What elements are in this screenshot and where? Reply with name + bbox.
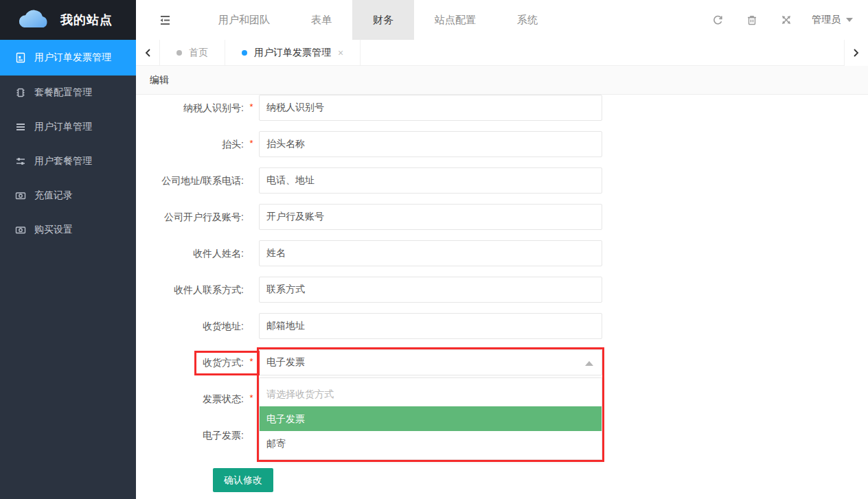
delivery-address-input[interactable]: [259, 313, 602, 339]
sidebar-item-label: 用户订单管理: [34, 121, 92, 133]
fullscreen-icon[interactable]: [769, 0, 803, 40]
invoice-title-input[interactable]: [259, 131, 602, 157]
form-row: 收货地址:: [136, 313, 868, 339]
tab-bar: 首页 用户订单发票管理 ×: [136, 40, 868, 66]
dropdown-option-electronic-invoice[interactable]: 电子发票: [260, 406, 602, 431]
field-label: 发票状态:: [136, 386, 244, 412]
top-header: 用户和团队 表单 财务 站点配置 系统: [136, 0, 868, 40]
nav-item-users-teams[interactable]: 用户和团队: [198, 0, 290, 40]
cloud-icon: [15, 7, 51, 34]
recipient-name-input[interactable]: [259, 240, 602, 266]
dropdown-option-mail[interactable]: 邮寄: [260, 431, 602, 456]
required-marker: *: [244, 131, 259, 157]
required-marker: *: [244, 349, 259, 375]
logo: 我的站点: [0, 0, 136, 40]
field-label: 电子发票:: [136, 422, 244, 448]
bank-account-input[interactable]: [259, 204, 602, 230]
sidebar-item-user-order-invoice[interactable]: 用户订单发票管理: [0, 40, 136, 76]
sidebar-item-label: 用户订单发票管理: [34, 51, 111, 64]
form-row-delivery-method: 收货方式: * 电子发票 请选择收货方式 电子发票 邮寄: [136, 349, 868, 375]
sidebar-item-user-packages[interactable]: 用户套餐管理: [0, 144, 136, 178]
required-marker: [244, 204, 259, 230]
field-label: 收货方式:: [136, 349, 244, 375]
form-row: 公司地址/联系电话:: [136, 167, 868, 194]
form-row: 收件人姓名:: [136, 240, 868, 266]
field-label: 收货地址:: [136, 313, 244, 339]
tab-scroll-right-icon[interactable]: [844, 40, 868, 66]
sidebar-item-label: 用户套餐管理: [34, 155, 92, 167]
user-name: 管理员: [812, 14, 841, 26]
sidebar-item-purchase-settings[interactable]: 购买设置: [0, 213, 136, 247]
nav-item-finance[interactable]: 财务: [352, 0, 414, 40]
field-label: 公司地址/联系电话:: [136, 167, 244, 194]
trash-icon[interactable]: [735, 0, 769, 40]
nav-item-site-config[interactable]: 站点配置: [414, 0, 496, 40]
tab-dot: [176, 50, 182, 56]
required-marker: [244, 167, 259, 194]
tab-home[interactable]: 首页: [160, 40, 225, 65]
field-label: 收件人联系方式:: [136, 277, 244, 303]
chip-icon: [14, 87, 26, 99]
required-marker: [244, 422, 259, 448]
list-icon: [14, 121, 26, 133]
banknote-icon: [14, 190, 26, 202]
field-label: 公司开户行及账号:: [136, 204, 244, 230]
nav-item-forms[interactable]: 表单: [290, 0, 352, 40]
taxpayer-id-input[interactable]: [259, 95, 602, 121]
delivery-method-dropdown: 请选择收货方式 电子发票 邮寄: [259, 378, 602, 460]
form-row: 纳税人识别号: *: [136, 95, 868, 121]
dropdown-option-placeholder[interactable]: 请选择收货方式: [260, 382, 602, 406]
main-area: 用户和团队 表单 财务 站点配置 系统: [136, 0, 868, 499]
app-window: 我的站点 用户订单发票管理 套餐配置管理: [0, 0, 868, 499]
tab-scroll-left-icon[interactable]: [136, 40, 160, 66]
sidebar-item-label: 充值记录: [34, 189, 73, 202]
required-marker: [244, 240, 259, 266]
chevron-up-icon: [585, 361, 593, 366]
tab-user-order-invoice[interactable]: 用户订单发票管理 ×: [225, 40, 361, 65]
collapse-sidebar-icon[interactable]: [144, 0, 185, 40]
form-row: 收件人联系方式:: [136, 277, 868, 303]
breadcrumb: 编辑: [136, 66, 868, 95]
required-marker: *: [244, 386, 259, 412]
required-marker: [244, 277, 259, 303]
confirm-edit-button[interactable]: 确认修改: [213, 468, 273, 492]
sidebar-item-label: 套餐配置管理: [34, 86, 92, 99]
nav-item-system[interactable]: 系统: [496, 0, 558, 40]
sidebar-item-recharge-records[interactable]: 充值记录: [0, 178, 136, 213]
field-label: 收件人姓名:: [136, 240, 244, 266]
delivery-method-select[interactable]: 电子发票: [259, 349, 602, 375]
field-label: 纳税人识别号:: [136, 95, 244, 121]
required-marker: *: [244, 95, 259, 121]
sidebar-item-label: 购买设置: [34, 224, 73, 236]
required-marker: [244, 313, 259, 339]
form-row: 公司开户行及账号:: [136, 204, 868, 230]
top-nav: 用户和团队 表单 财务 站点配置 系统: [198, 0, 558, 40]
chevron-down-icon: [846, 18, 853, 22]
refresh-icon[interactable]: [700, 0, 735, 40]
banknote-icon: [14, 224, 26, 236]
sidebar: 我的站点 用户订单发票管理 套餐配置管理: [0, 0, 136, 499]
header-actions: 管理员: [700, 0, 868, 40]
sidebar-item-user-orders[interactable]: 用户订单管理: [0, 110, 136, 144]
edit-form: 纳税人识别号: * 抬头: * 公司地址/联系电话: 公司开户行及账号: 收: [136, 95, 868, 499]
user-menu[interactable]: 管理员: [803, 0, 868, 40]
form-row: 抬头: *: [136, 131, 868, 157]
sliders-icon: [14, 156, 26, 167]
field-label: 抬头:: [136, 131, 244, 157]
select-value: 电子发票: [266, 356, 305, 369]
sidebar-menu: 用户订单发票管理 套餐配置管理 用户订单管理: [0, 40, 136, 499]
recipient-contact-input[interactable]: [259, 277, 602, 303]
page-title: 编辑: [150, 74, 169, 86]
tab-label: 用户订单发票管理: [254, 47, 331, 59]
close-icon[interactable]: ×: [338, 47, 343, 58]
company-address-phone-input[interactable]: [259, 167, 602, 194]
tab-dot: [242, 50, 247, 56]
site-title: 我的站点: [60, 12, 113, 28]
tab-label: 首页: [189, 47, 208, 59]
sidebar-item-package-config[interactable]: 套餐配置管理: [0, 76, 136, 110]
file-invoice-icon: [14, 52, 26, 64]
